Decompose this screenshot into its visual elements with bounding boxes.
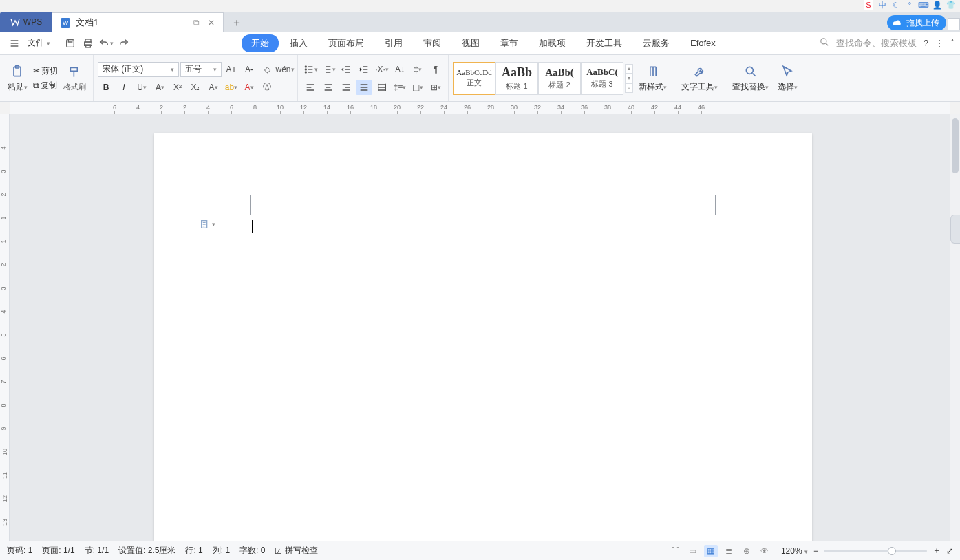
decrease-indent-icon[interactable] (338, 62, 354, 77)
zoom-slider[interactable] (824, 550, 927, 552)
web-layout-icon[interactable]: ⊕ (740, 545, 754, 557)
ime-icon[interactable]: S (864, 0, 873, 10)
copy-button[interactable]: ⧉复制 (33, 80, 58, 91)
tab-section[interactable]: 章节 (491, 34, 528, 52)
align-right-icon[interactable] (338, 80, 354, 95)
status-page-no[interactable]: 页码: 1 (7, 545, 32, 557)
align-left-icon[interactable] (302, 80, 319, 95)
tab-home[interactable]: 开始 (242, 34, 279, 52)
style-scroll[interactable]: ▴▾▿ (625, 64, 633, 93)
fit-page-icon[interactable]: ⤢ (946, 546, 953, 556)
print-layout-icon[interactable]: ▦ (704, 545, 718, 557)
style-heading3[interactable]: AaBbC(标题 3 (581, 62, 623, 95)
tab-developer[interactable]: 开发工具 (577, 34, 632, 52)
status-col[interactable]: 列: 1 (213, 545, 230, 557)
zoom-level[interactable]: 120% ▾ (781, 546, 808, 556)
tab-references[interactable]: 引用 (375, 34, 412, 52)
shirt-icon[interactable]: 👕 (946, 0, 956, 10)
zoom-in-icon[interactable]: ＋ (932, 545, 941, 557)
tab-review[interactable]: 审阅 (414, 34, 451, 52)
moon-icon[interactable]: ☾ (891, 0, 901, 10)
tab-view[interactable]: 视图 (452, 34, 489, 52)
style-heading2[interactable]: AaBb(标题 2 (538, 62, 581, 95)
app-brand[interactable]: WPS (0, 12, 52, 32)
increase-indent-icon[interactable] (356, 62, 372, 77)
align-center-icon[interactable] (320, 80, 337, 95)
undo-icon[interactable]: ▾ (98, 36, 114, 51)
grow-font-icon[interactable]: A+ (223, 62, 239, 77)
eye-icon[interactable]: 👁 (758, 545, 771, 557)
shading-icon[interactable]: ◫▾ (409, 80, 426, 95)
paragraph-spacing-icon[interactable]: ‡≡▾ (392, 80, 408, 95)
lang-icon[interactable]: 中 (877, 0, 887, 10)
zoom-out-icon[interactable]: − (813, 546, 818, 556)
line-spacing-icon[interactable]: ‡▾ (409, 62, 426, 77)
status-words[interactable]: 字数: 0 (239, 545, 265, 557)
bullets-icon[interactable]: ▾ (302, 62, 319, 77)
underline-icon[interactable]: U▾ (134, 80, 150, 95)
tab-efofex[interactable]: Efofex (681, 35, 725, 51)
search-placeholder[interactable]: 查找命令、搜索模板 (836, 37, 917, 50)
show-marks-icon[interactable]: ¶ (427, 62, 444, 77)
strikethrough-icon[interactable]: A̵▾ (151, 80, 168, 95)
find-replace-button[interactable]: 查找替换▾ (729, 63, 771, 93)
search-icon[interactable] (820, 37, 829, 49)
keyboard-icon[interactable]: ⌨ (919, 0, 928, 10)
numbering-icon[interactable]: ▾ (320, 62, 337, 77)
highlight-icon[interactable]: ab▾ (223, 80, 239, 95)
comma-icon[interactable]: ° (905, 0, 915, 10)
scrollbar-thumb[interactable] (952, 118, 959, 173)
text-direction-icon[interactable]: ·X·▾ (374, 62, 390, 77)
save-icon[interactable] (63, 36, 78, 51)
status-section[interactable]: 节: 1/1 (85, 545, 109, 557)
new-tab-button[interactable]: ＋ (228, 14, 246, 32)
text-effects-icon[interactable]: A▾ (205, 80, 222, 95)
phonetic-guide-icon[interactable]: wén▾ (277, 62, 293, 77)
file-menu[interactable]: 文件▾ (25, 37, 53, 49)
align-justify-icon[interactable] (356, 80, 372, 95)
read-mode-icon[interactable]: ▭ (686, 545, 700, 557)
spell-check-button[interactable]: ☑拼写检查 (275, 545, 318, 557)
horizontal-ruler[interactable]: 6422468101214161820222426283032343638404… (10, 102, 950, 114)
page[interactable]: ▾ (154, 133, 812, 541)
fullscreen-icon[interactable]: ⛶ (668, 545, 682, 557)
subscript-icon[interactable]: X₂ (187, 80, 204, 95)
document-tab[interactable]: W 文档1 ⧉ ✕ (52, 12, 224, 32)
document-viewport[interactable]: ▾ (10, 114, 950, 541)
more-icon[interactable]: ⋮ (935, 39, 943, 48)
skin-button[interactable] (948, 18, 960, 30)
font-color-icon[interactable]: A▾ (241, 80, 257, 95)
enclosed-char-icon[interactable]: Ⓐ (259, 80, 275, 95)
bold-icon[interactable]: B (98, 80, 114, 95)
collapse-ribbon-icon[interactable]: ˄ (950, 39, 954, 48)
superscript-icon[interactable]: X² (169, 80, 186, 95)
distributed-icon[interactable] (374, 80, 390, 95)
upload-pill[interactable]: 拖拽上传 (887, 15, 946, 30)
tab-cloud[interactable]: 云服务 (633, 34, 679, 52)
status-page[interactable]: 页面: 1/1 (42, 545, 74, 557)
vertical-ruler[interactable]: 4321123456789101112131415161718 (0, 114, 10, 541)
select-button[interactable]: 选择▾ (774, 63, 800, 93)
style-heading1[interactable]: AaBb标题 1 (495, 62, 538, 95)
status-row[interactable]: 行: 1 (185, 545, 202, 557)
menu-icon[interactable] (7, 36, 22, 51)
status-setting[interactable]: 设置值: 2.5厘米 (118, 545, 175, 557)
tab-close-icon[interactable]: ✕ (208, 18, 215, 28)
text-tools-button[interactable]: 文字工具▾ (679, 63, 721, 93)
outline-icon[interactable]: ≣ (722, 545, 736, 557)
borders-icon[interactable]: ⊞▾ (427, 80, 444, 95)
side-panel-grip[interactable] (950, 215, 960, 244)
paste-button[interactable]: 粘贴▾ (4, 63, 30, 93)
shrink-font-icon[interactable]: A- (241, 62, 257, 77)
new-style-button[interactable]: 新样式▾ (636, 63, 670, 93)
zoom-knob[interactable] (888, 547, 896, 555)
italic-icon[interactable]: I (116, 80, 132, 95)
paragraph-options-icon[interactable]: ▾ (200, 219, 215, 230)
tab-page-layout[interactable]: 页面布局 (319, 34, 374, 52)
print-icon[interactable] (81, 36, 96, 51)
font-size-select[interactable]: 五号▾ (180, 62, 222, 77)
vertical-scrollbar[interactable] (950, 114, 960, 541)
cut-button[interactable]: ✂剪切 (33, 65, 58, 77)
style-normal[interactable]: AaBbCcDd正文 (453, 62, 495, 95)
tab-popout-icon[interactable]: ⧉ (193, 18, 200, 28)
